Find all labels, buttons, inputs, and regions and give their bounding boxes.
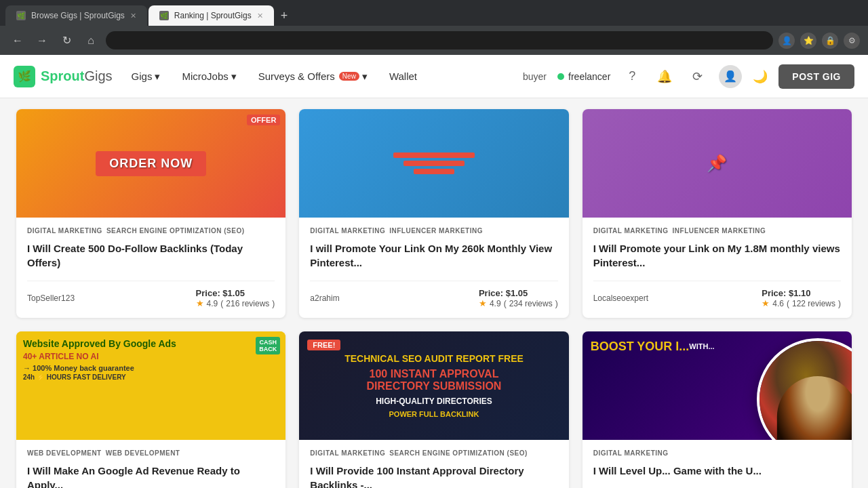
card-image-6: BOOST YOUR I... WITH...: [583, 331, 852, 440]
user-section: buyer freelancer ? 🔔 ⟳ 👤 🌙 POST GIG: [523, 64, 854, 89]
offer-badge-1: OFFER: [247, 115, 280, 125]
nav-wallet[interactable]: Wallet: [387, 65, 420, 87]
nav-surveys-label: Surveys & Offers: [258, 70, 335, 82]
card-title-2: I will Promote Your Link On My 260k Mont…: [310, 241, 557, 271]
seller-name-1: TopSeller123: [27, 293, 75, 303]
gig-card-4[interactable]: Website Approved By Google Ads 40+ ARTIC…: [16, 331, 285, 488]
card-tags-4: WEB DEVELOPMENT WEB DEVELOPMENT: [27, 449, 275, 457]
card-rating-3: ★ 4.6 (122 reviews): [762, 298, 841, 308]
tab-label-1: Browse Gigs | SproutGigs: [31, 11, 125, 20]
extension-icon-3[interactable]: ⚙: [844, 33, 860, 49]
card-seller-1: TopSeller123: [27, 293, 75, 303]
card-tags-1: DIGITAL MARKETING SEARCH ENGINE OPTIMIZA…: [27, 227, 275, 235]
card-price-info-3: Price: $1.10 ★ 4.6 (122 reviews): [762, 288, 841, 308]
free-badge-5: FREE!: [307, 340, 340, 350]
google-ads-title: Website Approved By Google Ads: [23, 338, 279, 349]
nav-microjobs[interactable]: MicroJobs ▾: [179, 65, 239, 88]
home-button[interactable]: ⌂: [81, 32, 100, 49]
card-title-3: I Will Promote your Link on My 1.8M mont…: [593, 241, 841, 271]
tab-favicon-1: 🌿: [16, 11, 26, 20]
reviews-count-3: (: [787, 299, 789, 308]
user-status: freelancer: [557, 71, 610, 82]
gig-card-5[interactable]: FREE! TECHNICAL SEO AUDIT REPORT FREE 10…: [299, 331, 568, 488]
card-title-4: I Will Make An Google Ad Revenue Ready t…: [27, 464, 275, 488]
google-ads-sub-1: 40+ ARTICLE NO AI: [23, 352, 279, 361]
tab-favicon-2: 🌿: [159, 11, 169, 20]
seller-name-2: a2rahim: [310, 293, 339, 303]
rating-value-1: 4.9: [207, 299, 218, 308]
profile-icon[interactable]: 👤: [778, 33, 795, 49]
star-icon-1: ★: [196, 298, 204, 308]
rating-value-3: 4.6: [772, 299, 784, 308]
card-body-4: WEB DEVELOPMENT WEB DEVELOPMENT I Will M…: [16, 440, 285, 488]
seller-name-3: Localseoexpert: [593, 293, 648, 303]
browser-window: 🌿 Browse Gigs | SproutGigs ✕ 🌿 Ranking |…: [0, 0, 868, 55]
new-tab-button[interactable]: +: [275, 6, 294, 26]
tab-browse-gigs[interactable]: 🌿 Browse Gigs | SproutGigs ✕: [5, 5, 147, 26]
boost-title: BOOST YOUR I...: [591, 340, 690, 354]
card-seller-3: Localseoexpert: [593, 293, 648, 303]
boost-sub: WITH...: [689, 342, 714, 350]
card-body-3: DIGITAL MARKETING INFLUENCER MARKETING I…: [583, 218, 852, 318]
card-footer-2: a2rahim Price: $1.05 ★ 4.9 (234 reviews): [310, 281, 557, 308]
gig-card-2[interactable]: DIGITAL MARKETING INFLUENCER MARKETING I…: [299, 109, 568, 318]
nav-microjobs-chevron: ▾: [231, 70, 237, 83]
card-rating-2: ★ 4.9 (234 reviews): [479, 298, 558, 308]
bar-1: [393, 152, 475, 158]
card-footer-3: Localseoexpert Price: $1.10 ★ 4.6 (122 r…: [593, 281, 841, 308]
logo[interactable]: 🌿 SproutGigs: [14, 66, 113, 87]
tab-bar: 🌿 Browse Gigs | SproutGigs ✕ 🌿 Ranking |…: [0, 0, 868, 26]
nav-surveys[interactable]: Surveys & Offers New ▾: [256, 65, 370, 88]
card-image-4: Website Approved By Google Ads 40+ ARTIC…: [16, 331, 285, 440]
card-tag-4-1: WEB DEVELOPMENT: [106, 449, 180, 457]
card-title-1: I Will Create 500 Do-Follow Backlinks (T…: [27, 241, 275, 271]
dir-main-title: 100 INSTANT APPROVALDIRECTORY SUBMISSION: [367, 368, 502, 392]
card-tag-4-0: WEB DEVELOPMENT: [27, 449, 102, 457]
card-tag-5-0: DIGITAL MARKETING: [310, 449, 385, 457]
cards-grid: ORDER NOW OFFER DIGITAL MARKETING SEARCH…: [16, 109, 852, 488]
gig-card-1[interactable]: ORDER NOW OFFER DIGITAL MARKETING SEARCH…: [16, 109, 285, 318]
nav-microjobs-label: MicroJobs: [182, 70, 228, 82]
card-tags-5: DIGITAL MARKETING SEARCH ENGINE OPTIMIZA…: [310, 449, 557, 457]
tab-label-2: Ranking | SproutGigs: [174, 11, 252, 20]
google-ads-sub-3: 24h ⚡ HOURS FAST DELIVERY: [23, 373, 279, 381]
nav-surveys-badge: New: [339, 72, 359, 81]
card-body-5: DIGITAL MARKETING SEARCH ENGINE OPTIMIZA…: [299, 440, 568, 488]
card-image-3: 📌: [583, 109, 852, 218]
url-bar[interactable]: sproutgigs.com/browse-gigs.php: [106, 31, 773, 49]
dark-mode-button[interactable]: 🌙: [753, 69, 768, 84]
toolbar-icons: 👤 ⭐ 🔒 ⚙: [778, 33, 860, 49]
card-price-info-1: Price: $1.05 ★ 4.9 (216 reviews): [196, 288, 275, 308]
post-gig-button[interactable]: POST GIG: [778, 64, 854, 89]
tab-close-2[interactable]: ✕: [257, 12, 263, 20]
card-tags-3: DIGITAL MARKETING INFLUENCER MARKETING: [593, 227, 841, 235]
card-tag-3-1: INFLUENCER MARKETING: [673, 227, 766, 235]
star-icon-2: ★: [479, 298, 487, 308]
forward-button[interactable]: →: [33, 32, 52, 49]
history-button[interactable]: ⟳: [686, 66, 708, 87]
freelancer-label: freelancer: [568, 71, 610, 82]
dir-seo-label: TECHNICAL SEO AUDIT REPORT FREE: [344, 353, 524, 364]
help-button[interactable]: ?: [621, 66, 643, 87]
person-body: [777, 376, 852, 440]
card-footer-1: TopSeller123 Price: $1.05 ★ 4.9 (216 rev…: [27, 281, 275, 308]
pinterest-bars: [393, 152, 475, 174]
extension-icon-2[interactable]: 🔒: [822, 33, 838, 49]
back-button[interactable]: ←: [8, 32, 27, 49]
logo-text: SproutGigs: [41, 68, 113, 84]
dir-sub-label: HIGH-QUALITY DIRECTORIES: [376, 396, 492, 406]
reload-button[interactable]: ↻: [57, 31, 76, 49]
tab-ranking[interactable]: 🌿 Ranking | SproutGigs ✕: [149, 5, 274, 26]
buyer-button[interactable]: buyer: [523, 71, 547, 82]
reviews-count-1: (: [220, 299, 223, 308]
nav-gigs[interactable]: Gigs ▾: [129, 65, 163, 88]
notifications-button[interactable]: 🔔: [654, 66, 675, 87]
extension-icon-1[interactable]: ⭐: [800, 33, 816, 49]
tab-close-1[interactable]: ✕: [130, 12, 136, 20]
google-ads-inner: Website Approved By Google Ads 40+ ARTIC…: [16, 331, 285, 440]
avatar[interactable]: 👤: [719, 65, 742, 88]
gig-card-3[interactable]: 📌 DIGITAL MARKETING INFLUENCER MARKETING…: [583, 109, 852, 318]
gig-card-6[interactable]: BOOST YOUR I... WITH... DIGITAL MARKETIN…: [583, 331, 852, 488]
star-icon-3: ★: [762, 298, 770, 308]
cash-back-badge: CASHBACK: [256, 337, 280, 354]
